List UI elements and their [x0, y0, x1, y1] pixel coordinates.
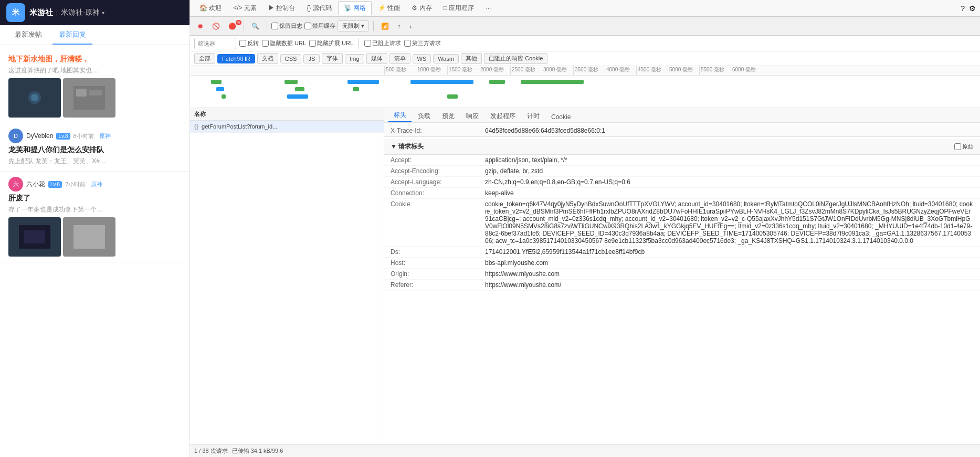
username: DyVeblen [26, 132, 53, 140]
preserve-log-checkbox[interactable]: 保留日志 [271, 22, 302, 30]
timeline-ruler: 500 毫秒 1000 毫秒 1500 毫秒 2000 毫秒 2500 毫秒 3… [190, 66, 980, 76]
divider [267, 21, 267, 31]
chip-js[interactable]: JS [303, 54, 320, 63]
chip-css[interactable]: CSS [280, 54, 302, 63]
more-icon: ··· [486, 5, 491, 12]
list-item[interactable]: D DyVeblen Lv.8 8小时前 原神 龙芙和提八你们是怎么安排队 先上… [0, 123, 189, 172]
settings-icon[interactable]: ⚙ [969, 4, 976, 13]
filter-chips: 全部 Fetch/XHR 文档 CSS JS 字体 Img 媒体 清单 WS W… [190, 51, 980, 66]
chip-other[interactable]: 其他 [461, 53, 482, 64]
svg-rect-7 [24, 230, 45, 243]
wifi-icon[interactable]: 📶 [378, 21, 392, 31]
dropdown-icon[interactable]: ▾ [102, 10, 104, 16]
tab-response[interactable]: 响应 [461, 110, 484, 122]
tab-initiator[interactable]: 发起程序 [485, 110, 521, 122]
search-button[interactable]: 🔍 [248, 21, 262, 31]
list-item[interactable]: 地下新水地图，肝满喽， 这进度算快的了吧 地图其实也… [0, 49, 189, 123]
header-val: cookie_token=q6k47V4qy0jyN5yDynBdxSuwnOo… [485, 200, 974, 245]
post-tag: 原神 [91, 180, 102, 188]
disable-cache-checkbox[interactable]: 禁用缓存 [304, 22, 335, 30]
track-bar [295, 87, 304, 91]
raw-checkbox[interactable]: 原始 [954, 143, 974, 151]
left-panel: 米 米游社 | 米游社·原神 ▾ 最新发帖 最新回复 地下新水地图，肝满喽， 这… [0, 0, 190, 457]
track-bar [347, 80, 379, 84]
elements-icon: </> [233, 4, 242, 12]
header-val: keep-alive [485, 189, 974, 197]
ruler-mark: 5500 毫秒 [699, 66, 731, 75]
help-icon[interactable]: ? [961, 4, 965, 13]
record-button[interactable]: ⏺ [194, 21, 207, 31]
header-row: Accept: application/json, text/plain, */… [384, 155, 980, 166]
chip-media[interactable]: 媒体 [366, 53, 387, 64]
third-party-checkbox[interactable]: 第三方请求 [404, 39, 441, 47]
error-icon: 🔴 [228, 23, 236, 30]
track-bar [216, 87, 224, 91]
header-key: Referer: [391, 281, 485, 289]
track-bar [222, 94, 226, 99]
detail-panel: 标头 负载 预览 响应 发起程序 计时 Cookie X-Trace-Id: 6… [384, 108, 980, 444]
track-bar [353, 87, 359, 91]
hide-data-url-checkbox[interactable]: 隐藏数据 URL [262, 39, 306, 47]
ruler-mark: 2500 毫秒 [510, 66, 542, 75]
svg-rect-4 [76, 89, 87, 97]
divider [244, 21, 244, 31]
logo-text: 米 [12, 8, 19, 17]
chip-fetch-xhr[interactable]: Fetch/XHR [217, 54, 255, 63]
chip-doc[interactable]: 文档 [257, 53, 278, 64]
sub-name: 米游社·原神 [61, 8, 100, 17]
level-badge: Lv.8 [56, 133, 70, 140]
tab-sources[interactable]: {} 源代码 [301, 2, 336, 15]
tab-performance[interactable]: ⚡ 性能 [373, 2, 405, 15]
home-icon: 🏠 [199, 4, 207, 12]
throttle-select[interactable]: 无限制 ▾ [338, 20, 369, 31]
filter-bar: 反转 隐藏数据 URL 隐藏扩展 URL 已阻止请求 第三方请求 [190, 36, 980, 51]
chip-manifest[interactable]: 清单 [389, 53, 410, 64]
tab-memory[interactable]: ⚙ 内存 [406, 2, 437, 15]
header-val: https://www.miyoushe.com [485, 270, 974, 278]
filter-input[interactable] [194, 38, 236, 49]
clear-button[interactable]: 🚫 [209, 21, 223, 31]
detail-tabs: 标头 负载 预览 响应 发起程序 计时 Cookie [384, 108, 980, 123]
hide-ext-checkbox[interactable]: 隐藏扩展 URL [309, 39, 353, 47]
post-list: 地下新水地图，肝满喽， 这进度算快的了吧 地图其实也… [0, 45, 189, 457]
upload-icon[interactable]: ↑ [394, 21, 404, 31]
tab-network[interactable]: 📡 网络 [338, 1, 372, 15]
tab-console[interactable]: ▶ 控制台 [263, 2, 300, 15]
tab-welcome[interactable]: 🏠 欢迎 [194, 2, 227, 15]
request-list: 名称 {} getForumPostList?forum_id... [190, 108, 384, 444]
chip-img[interactable]: Img [345, 54, 364, 63]
download-icon[interactable]: ↓ [406, 21, 415, 31]
separator: | [56, 9, 58, 16]
chip-all[interactable]: 全部 [194, 53, 215, 64]
tab-latest-replies[interactable]: 最新回复 [52, 26, 92, 45]
chip-wasm[interactable]: Wasm [433, 54, 459, 63]
request-list-header: 名称 [190, 108, 384, 121]
tab-latest-posts[interactable]: 最新发帖 [8, 26, 48, 45]
tab-cookie[interactable]: Cookie [546, 112, 576, 122]
status-bar: 1 / 38 次请求 已传输 34.1 kB/99.6 [190, 444, 980, 457]
invert-checkbox[interactable]: 反转 [239, 39, 259, 47]
tab-elements[interactable]: </> 元素 [228, 2, 262, 15]
chip-ws[interactable]: WS [413, 54, 431, 63]
request-item[interactable]: {} getForumPostList?forum_id... [190, 121, 384, 133]
header-val: https://www.miyoushe.com/ [485, 281, 974, 289]
performance-icon: ⚡ [378, 4, 386, 12]
blocked-req-checkbox[interactable]: 已阻止请求 [364, 39, 401, 47]
chevron-down-icon: ▾ [361, 23, 364, 29]
header-row: Origin: https://www.miyoushe.com [384, 269, 980, 280]
tab-application[interactable]: □ 应用程序 [438, 2, 480, 15]
track-bar [410, 80, 473, 84]
post-thumbnail [8, 78, 61, 118]
post-title: 肝废了 [8, 194, 181, 203]
header-row: Referer: https://www.miyoushe.com/ [384, 280, 980, 291]
chip-font[interactable]: 字体 [322, 53, 343, 64]
tab-more[interactable]: ··· [480, 3, 496, 14]
chip-blocked-cookie[interactable]: 已阻止的响应 Cookie [484, 53, 547, 64]
tab-payload[interactable]: 负载 [413, 110, 436, 122]
tab-headers[interactable]: 标头 [388, 109, 412, 122]
tab-preview[interactable]: 预览 [437, 110, 460, 122]
post-images [8, 78, 181, 118]
list-item[interactable]: 六 六小花 Lv.6 7小时前 原神 肝废了 存了一年多也是成功拿下第一个… [0, 172, 189, 262]
tab-timing[interactable]: 计时 [522, 110, 545, 122]
avatar: 六 [8, 177, 23, 192]
